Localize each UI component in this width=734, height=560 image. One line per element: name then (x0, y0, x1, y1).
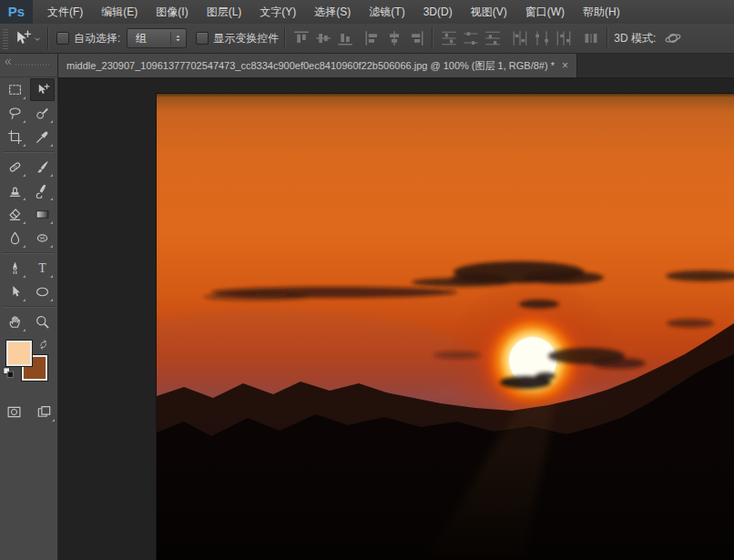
crop-tool-button[interactable] (3, 126, 27, 148)
align-right-edges-icon[interactable] (406, 29, 426, 47)
spot-healing-brush-tool-icon (7, 159, 23, 175)
tab-close-icon[interactable]: × (562, 60, 568, 71)
ellipse-shape-tool-icon (35, 284, 50, 300)
zoom-tool-button[interactable] (30, 311, 55, 333)
ellipse-shape-tool-button[interactable] (30, 280, 55, 303)
history-brush-tool-button[interactable] (30, 179, 55, 202)
screen-mode-icon (36, 404, 52, 420)
zoom-tool-icon (35, 314, 50, 330)
distribute-vertical-centers-icon[interactable] (461, 29, 481, 47)
work-area (58, 78, 734, 560)
align-horizontal-centers-icon[interactable] (384, 29, 404, 47)
tools-panel: T (0, 54, 58, 560)
brush-tool-icon (35, 159, 50, 175)
distribute-top-edges-icon[interactable] (439, 29, 459, 47)
default-colors-icon[interactable] (3, 367, 15, 379)
align-bottom-edges-icon[interactable] (335, 29, 355, 47)
menu-items: 文件(F)编辑(E)图像(I)图层(L)文字(Y)选择(S)滤镜(T)3D(D)… (38, 5, 629, 20)
distribute-right-edges-icon[interactable] (554, 29, 574, 47)
menu-item[interactable]: 3D(D) (414, 5, 462, 18)
type-tool-icon: T (35, 260, 50, 276)
gradient-tool-icon (35, 207, 50, 222)
clone-stamp-tool-button[interactable] (3, 179, 27, 202)
dodge-tool-button[interactable] (30, 227, 55, 249)
menu-item[interactable]: 图像(I) (147, 5, 197, 20)
menu-item[interactable]: 帮助(H) (574, 5, 629, 20)
pen-tool-button[interactable] (3, 257, 27, 280)
panel-grip-dots[interactable] (15, 64, 50, 66)
menu-item[interactable]: 视图(V) (462, 5, 516, 20)
document-tab-title: middle_230907_10961377702547473_cc8334c9… (66, 59, 555, 73)
document-tab-strip: middle_230907_10961377702547473_cc8334c9… (58, 54, 734, 78)
rectangular-marquee-tool-icon (7, 82, 23, 97)
move-tool-button[interactable] (30, 78, 55, 101)
path-selection-tool-button[interactable] (3, 280, 27, 303)
eyedropper-tool-icon (35, 129, 50, 145)
tool-separator (3, 151, 55, 153)
auto-select-checkbox[interactable] (56, 32, 69, 45)
3d-orbit-icon[interactable] (663, 29, 683, 47)
quick-mask-button[interactable] (2, 401, 26, 423)
gradient-tool-button[interactable] (30, 203, 55, 226)
align-buttons-group-1 (291, 29, 355, 47)
menu-item[interactable]: 编辑(E) (92, 5, 147, 20)
eyedropper-tool-button[interactable] (30, 126, 55, 148)
history-brush-tool-icon (35, 183, 50, 199)
brush-tool-button[interactable] (30, 156, 55, 178)
tool-separator (3, 252, 55, 254)
hand-tool-button[interactable] (3, 311, 27, 333)
stepper-arrows-icon[interactable] (170, 32, 183, 45)
options-bar-grip[interactable] (3, 27, 8, 49)
distribute-buttons-group-1 (439, 29, 503, 47)
dropdown-caret-icon[interactable] (33, 34, 42, 43)
distribute-bottom-edges-icon[interactable] (483, 29, 503, 47)
screen-mode-button[interactable] (32, 401, 56, 423)
lasso-tool-button[interactable] (3, 102, 27, 125)
distribute-spacing-icon[interactable] (581, 29, 601, 47)
collapse-panels-icon[interactable] (1, 56, 14, 68)
move-tool-icon (12, 28, 32, 48)
photoshop-window: Ps 文件(F)编辑(E)图像(I)图层(L)文字(Y)选择(S)滤镜(T)3D… (0, 0, 734, 560)
quick-selection-tool-button[interactable] (30, 102, 55, 125)
dodge-tool-icon (35, 230, 50, 246)
separator (47, 27, 49, 49)
foreground-color-swatch[interactable] (6, 341, 32, 366)
separator (607, 27, 608, 49)
blur-tool-icon (7, 230, 23, 246)
auto-select-value: 组 (136, 31, 147, 46)
sunset-photo (157, 94, 734, 560)
eraser-tool-button[interactable] (3, 203, 27, 226)
menu-item[interactable]: 滤镜(T) (360, 5, 413, 20)
align-buttons-group-2 (362, 29, 426, 47)
menu-item[interactable]: 文件(F) (38, 5, 92, 20)
hand-tool-icon (7, 314, 23, 330)
distribute-buttons-group-2 (510, 29, 574, 47)
spot-healing-brush-tool-button[interactable] (3, 156, 27, 178)
document-tab[interactable]: middle_230907_10961377702547473_cc8334c9… (58, 54, 577, 77)
distribute-left-edges-icon[interactable] (510, 29, 530, 47)
quick-selection-tool-icon (35, 106, 50, 121)
photoshop-logo[interactable]: Ps (0, 0, 33, 24)
sunset-photo-canvas[interactable] (157, 94, 734, 560)
align-top-edges-icon[interactable] (291, 29, 311, 47)
type-tool-button[interactable]: T (30, 257, 55, 280)
align-vertical-centers-icon[interactable] (313, 29, 333, 47)
menu-bar: Ps 文件(F)编辑(E)图像(I)图层(L)文字(Y)选择(S)滤镜(T)3D… (0, 0, 734, 25)
auto-select-dropdown[interactable]: 组 (127, 28, 187, 48)
svg-text:T: T (38, 261, 46, 275)
menu-item[interactable]: 文字(Y) (250, 5, 305, 20)
distribute-horizontal-centers-icon[interactable] (532, 29, 552, 47)
swap-colors-icon[interactable] (38, 339, 50, 351)
blur-tool-button[interactable] (3, 227, 27, 249)
threed-mode-label: 3D 模式: (614, 31, 656, 46)
rectangular-marquee-tool-button[interactable] (3, 78, 27, 101)
menu-item[interactable]: 选择(S) (305, 5, 360, 20)
path-selection-tool-icon (7, 284, 23, 300)
pen-tool-icon (7, 260, 23, 276)
show-transform-checkbox[interactable] (196, 32, 209, 45)
menu-item[interactable]: 图层(L) (198, 5, 251, 20)
move-tool-icon (35, 82, 50, 97)
tool-separator (3, 306, 55, 308)
menu-item[interactable]: 窗口(W) (516, 5, 574, 20)
align-left-edges-icon[interactable] (362, 29, 382, 47)
